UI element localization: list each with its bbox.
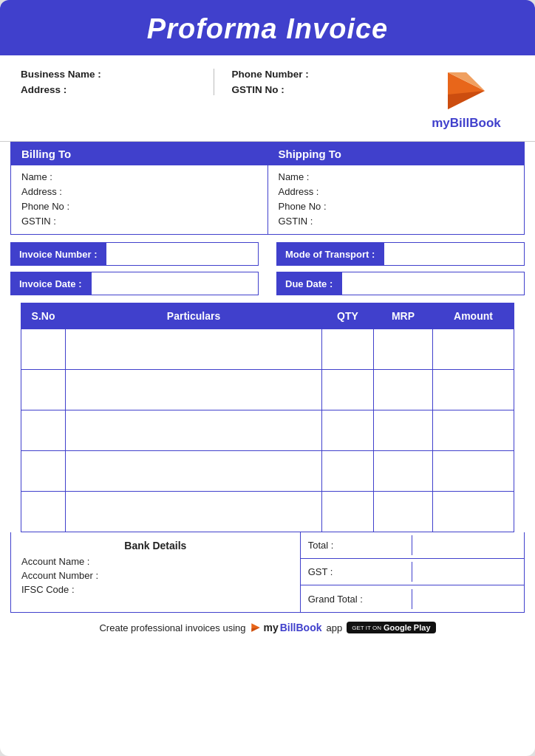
footer-logo: myBillBook — [250, 622, 321, 633]
billing-name: Name : — [21, 171, 257, 182]
cell-sno — [21, 451, 66, 492]
billing-to-col: Billing To Name : Address : Phone No : G… — [10, 142, 268, 235]
bank-details: Bank Details Account Name : Account Numb… — [11, 532, 301, 612]
col-qty: QTY — [322, 303, 374, 329]
due-date-label: Due Date : — [276, 272, 341, 295]
shipping-name: Name : — [279, 171, 514, 182]
business-left: Business Name : Address : — [21, 69, 208, 95]
billing-to-header: Billing To — [11, 142, 268, 165]
table-row — [21, 492, 514, 532]
shipping-to-fields: Name : Address : Phone No : GSTIN : — [268, 165, 525, 234]
cell-particulars — [66, 370, 322, 410]
billing-gstin: GSTIN : — [21, 216, 257, 227]
business-name-label: Business Name : — [21, 69, 208, 80]
table-header-row: S.No Particulars QTY MRP Amount — [21, 303, 514, 329]
total-row: Total : — [301, 532, 524, 559]
footer-billbook: BillBook — [280, 622, 322, 633]
cell-qty — [322, 410, 374, 451]
invoice-number-row: Invoice Number : Mode of Transport : — [0, 235, 535, 266]
items-table-wrap: S.No Particulars QTY MRP Amount — [0, 303, 535, 532]
footer-my: my — [263, 622, 278, 633]
cell-mrp — [374, 410, 433, 451]
business-middle: Phone Number : GSTIN No : — [214, 69, 419, 95]
page-title: Proforma Invoice — [0, 13, 535, 45]
gst-label: GST : — [301, 562, 413, 582]
account-name-label: Account Name : — [21, 556, 290, 567]
due-date-group: Due Date : — [276, 272, 525, 295]
cell-amount — [433, 329, 514, 370]
shipping-phone: Phone No : — [279, 201, 514, 212]
cell-qty — [322, 329, 374, 370]
footer-text: Create professional invoices using — [99, 622, 245, 633]
cell-mrp — [374, 370, 433, 410]
business-section: Business Name : Address : Phone Number :… — [0, 55, 535, 142]
cell-qty — [322, 370, 374, 410]
mode-transport-group: Mode of Transport : — [276, 242, 525, 266]
cell-sno — [21, 492, 66, 532]
invoice-number-label: Invoice Number : — [10, 242, 106, 266]
grand-total-row: Grand Total : — [301, 585, 524, 612]
grand-total-label: Grand Total : — [301, 589, 413, 609]
invoice-date-input[interactable] — [91, 272, 259, 295]
cell-particulars — [66, 451, 322, 492]
cell-sno — [21, 370, 66, 410]
google-play-name: Google Play — [384, 623, 431, 632]
mybillbook-logo-text: myBillBook — [432, 116, 501, 131]
footer: Create professional invoices using myBil… — [0, 613, 535, 639]
business-gstin-label: GSTIN No : — [232, 84, 419, 95]
google-play-badge: GET IT ON Google Play — [347, 622, 435, 633]
logo-my: my — [432, 116, 450, 130]
invoice-number-input[interactable] — [106, 242, 259, 266]
table-row — [21, 329, 514, 370]
header-banner: Proforma Invoice — [0, 0, 535, 55]
cell-amount — [433, 451, 514, 492]
billing-phone: Phone No : — [21, 201, 257, 212]
col-sno: S.No — [21, 303, 66, 329]
total-value — [412, 541, 524, 550]
grand-total-value — [412, 594, 524, 603]
google-play-get-it-on: GET IT ON — [352, 625, 381, 631]
footer-logo-icon — [250, 622, 262, 633]
invoice-date-label: Invoice Date : — [10, 272, 91, 295]
gst-row: GST : — [301, 559, 524, 585]
billing-to-fields: Name : Address : Phone No : GSTIN : — [11, 165, 268, 234]
mybillbook-logo-icon — [440, 69, 492, 113]
business-logo: myBillBook — [418, 69, 514, 131]
mode-transport-input[interactable] — [384, 242, 525, 266]
invoice-date-group: Invoice Date : — [10, 272, 259, 295]
items-table: S.No Particulars QTY MRP Amount — [21, 303, 514, 532]
cell-amount — [433, 370, 514, 410]
cell-sno — [21, 410, 66, 451]
invoice-page: Proforma Invoice Business Name : Address… — [0, 0, 535, 756]
table-row — [21, 370, 514, 410]
col-mrp: MRP — [374, 303, 433, 329]
logo-billbook: BillBook — [450, 116, 501, 130]
cell-qty — [322, 492, 374, 532]
total-label: Total : — [301, 535, 413, 555]
cell-mrp — [374, 329, 433, 370]
cell-amount — [433, 410, 514, 451]
shipping-address: Address : — [279, 186, 514, 197]
business-phone-label: Phone Number : — [232, 69, 419, 80]
col-particulars: Particulars — [66, 303, 322, 329]
col-amount: Amount — [433, 303, 514, 329]
bank-details-title: Bank Details — [21, 540, 290, 551]
cell-qty — [322, 451, 374, 492]
footer-app-label: app — [327, 622, 343, 633]
table-row — [21, 410, 514, 451]
totals-col: Total : GST : Grand Total : — [301, 532, 524, 612]
due-date-input[interactable] — [341, 272, 525, 295]
shipping-gstin: GSTIN : — [279, 216, 514, 227]
cell-mrp — [374, 451, 433, 492]
shipping-to-col: Shipping To Name : Address : Phone No : … — [268, 142, 525, 235]
cell-particulars — [66, 492, 322, 532]
mode-transport-label: Mode of Transport : — [276, 242, 384, 266]
business-address-label: Address : — [21, 84, 208, 95]
ifsc-code-label: IFSC Code : — [21, 584, 290, 595]
cell-mrp — [374, 492, 433, 532]
billing-address: Address : — [21, 186, 257, 197]
cell-particulars — [66, 410, 322, 451]
account-number-label: Account Number : — [21, 570, 290, 581]
bottom-section: Bank Details Account Name : Account Numb… — [10, 532, 525, 613]
invoice-date-row: Invoice Date : Due Date : — [0, 266, 535, 303]
